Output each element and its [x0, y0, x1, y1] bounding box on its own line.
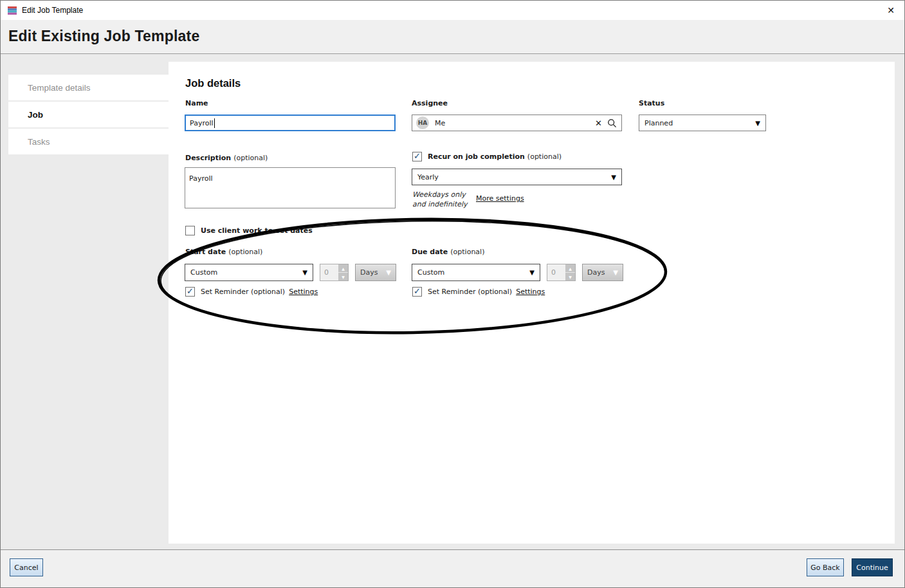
check-icon: ✓	[414, 152, 421, 160]
status-value: Planned	[644, 119, 755, 127]
start-date-label: Start date(optional)	[185, 248, 262, 256]
title-bar: Edit Job Template ✕	[1, 1, 904, 20]
due-date-unit-value: Days	[587, 268, 613, 277]
sidebar-item-label: Tasks	[28, 137, 50, 147]
due-date-amount-value: 0	[547, 264, 565, 280]
section-heading: Job details	[185, 77, 241, 89]
use-client-work-label: Use client work to set dates	[201, 226, 313, 235]
start-date-amount-stepper[interactable]: 0 ▲ ▼	[320, 264, 349, 281]
start-date-mode-value: Custom	[190, 268, 302, 277]
dialog-header: Edit Existing Job Template	[1, 20, 904, 54]
chevron-down-icon: ▼	[302, 269, 307, 276]
assignee-field[interactable]: HA Me ✕	[412, 115, 622, 131]
text-caret	[214, 118, 215, 128]
due-reminder-row: ✓ Set Reminder (optional) Settings	[412, 287, 545, 297]
search-icon[interactable]	[606, 118, 621, 128]
clear-icon[interactable]: ✕	[591, 118, 606, 128]
description-label: Description(optional)	[185, 154, 268, 162]
recur-checkbox-row: ✓ Recur on job completion(optional)	[412, 152, 562, 161]
recur-frequency-dropdown[interactable]: Yearly ▼	[412, 169, 622, 185]
chevron-down-icon: ▼	[529, 269, 535, 276]
recur-checkbox[interactable]: ✓	[412, 152, 422, 161]
avatar: HA	[416, 116, 429, 129]
status-label: Status	[639, 99, 664, 107]
assignee-value: Me	[435, 119, 591, 127]
name-label: Name	[185, 99, 208, 107]
description-textarea[interactable]: Payroll	[185, 167, 396, 208]
start-reminder-row: ✓ Set Reminder (optional) Settings	[185, 287, 318, 297]
window-title: Edit Job Template	[22, 6, 83, 15]
due-reminder-label: Set Reminder (optional)	[428, 288, 512, 296]
continue-button[interactable]: Continue	[852, 558, 893, 576]
main-panel: Job details Name Assignee Status Payroll…	[169, 62, 895, 544]
due-reminder-checkbox[interactable]: ✓	[412, 287, 422, 297]
sidebar-item-label: Template details	[28, 83, 91, 93]
start-reminder-label: Set Reminder (optional)	[201, 288, 285, 296]
name-input[interactable]: Payroll	[185, 115, 396, 131]
recur-frequency-value: Yearly	[417, 173, 611, 181]
spinner-up-icon[interactable]: ▲	[565, 264, 575, 273]
due-reminder-settings-link[interactable]: Settings	[516, 288, 545, 296]
due-date-mode-dropdown[interactable]: Custom ▼	[412, 264, 540, 281]
start-reminder-checkbox[interactable]: ✓	[185, 287, 195, 297]
stepper-arrows: ▲ ▼	[338, 264, 348, 280]
start-reminder-settings-link[interactable]: Settings	[289, 288, 318, 296]
assignee-label: Assignee	[412, 99, 448, 107]
use-client-work-row: Use client work to set dates	[185, 226, 313, 235]
start-date-unit-dropdown[interactable]: Days ▼	[355, 264, 396, 281]
edit-job-template-dialog: Edit Job Template ✕ Edit Existing Job Te…	[0, 0, 905, 588]
recur-label: Recur on job completion(optional)	[428, 152, 562, 161]
sidebar-item-tasks[interactable]: Tasks	[8, 129, 169, 154]
spinner-down-icon[interactable]: ▼	[338, 273, 348, 280]
due-date-mode-value: Custom	[417, 268, 529, 277]
name-value: Payroll	[190, 119, 214, 127]
chevron-down-icon: ▼	[613, 269, 618, 276]
chevron-down-icon: ▼	[386, 269, 391, 276]
sidebar-item-label: Job	[28, 110, 43, 120]
app-icon	[7, 5, 17, 15]
stepper-arrows: ▲ ▼	[565, 264, 575, 280]
start-date-amount-value: 0	[320, 264, 338, 280]
dialog-body: Template details Job Tasks Job details N…	[1, 54, 904, 549]
use-client-work-checkbox[interactable]	[185, 226, 195, 235]
due-date-label: Due date(optional)	[412, 248, 484, 256]
description-value: Payroll	[189, 174, 213, 183]
spinner-up-icon[interactable]: ▲	[338, 264, 348, 273]
spinner-down-icon[interactable]: ▼	[565, 273, 575, 280]
status-dropdown[interactable]: Planned ▼	[639, 115, 766, 131]
chevron-down-icon: ▼	[755, 120, 760, 127]
dialog-footer: Cancel Go Back Continue	[1, 549, 904, 587]
due-date-unit-dropdown[interactable]: Days ▼	[582, 264, 623, 281]
due-date-amount-stepper[interactable]: 0 ▲ ▼	[547, 264, 576, 281]
more-settings-link[interactable]: More settings	[476, 194, 524, 203]
check-icon: ✓	[187, 287, 194, 295]
recur-note: Weekdays only and indefinitely	[412, 190, 479, 210]
sidebar-item-job[interactable]: Job	[8, 102, 169, 127]
check-icon: ✓	[414, 287, 421, 295]
sidebar: Template details Job Tasks	[8, 75, 169, 156]
start-date-unit-value: Days	[360, 268, 386, 277]
close-icon[interactable]: ✕	[884, 4, 897, 17]
cancel-button[interactable]: Cancel	[10, 558, 43, 576]
start-date-mode-dropdown[interactable]: Custom ▼	[185, 264, 313, 281]
sidebar-item-template-details[interactable]: Template details	[8, 75, 169, 100]
page-title: Edit Existing Job Template	[8, 28, 199, 45]
go-back-button[interactable]: Go Back	[807, 558, 844, 576]
chevron-down-icon: ▼	[611, 174, 616, 181]
